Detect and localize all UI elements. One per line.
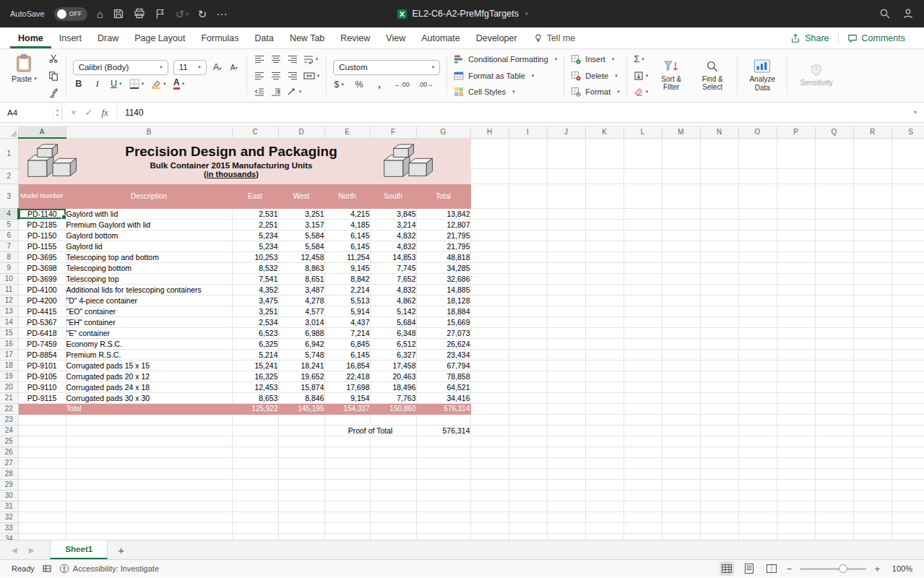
align-top-icon[interactable] bbox=[254, 53, 265, 66]
cell-C22[interactable]: 125,922 bbox=[232, 403, 278, 414]
cell-B14[interactable]: "EH" container bbox=[66, 316, 232, 327]
cell[interactable] bbox=[623, 306, 662, 316]
ribbon-tab-view[interactable]: View bbox=[378, 27, 413, 48]
cell-C9[interactable]: 8,532 bbox=[232, 262, 278, 273]
sheet-tab-sheet1[interactable]: Sheet1 bbox=[50, 540, 108, 559]
cell[interactable] bbox=[232, 447, 278, 457]
row-header-13[interactable]: 13 bbox=[0, 306, 18, 316]
cell[interactable] bbox=[891, 436, 924, 447]
account-icon[interactable] bbox=[902, 8, 914, 20]
cell[interactable] bbox=[66, 490, 232, 501]
print-icon[interactable] bbox=[134, 8, 145, 20]
cell[interactable] bbox=[547, 219, 585, 230]
cell[interactable] bbox=[547, 381, 585, 392]
cell[interactable] bbox=[547, 447, 585, 457]
cell[interactable] bbox=[853, 447, 891, 457]
cell[interactable] bbox=[815, 381, 853, 392]
cell-F8[interactable]: 14,853 bbox=[370, 251, 416, 262]
cell[interactable] bbox=[547, 457, 585, 468]
cell[interactable] bbox=[623, 447, 662, 457]
cell[interactable] bbox=[738, 457, 777, 468]
cell-A20[interactable]: PD-9110 bbox=[18, 381, 66, 392]
cell[interactable] bbox=[66, 447, 232, 457]
cell[interactable] bbox=[815, 512, 853, 522]
cell-B7[interactable]: Gaylord lid bbox=[66, 241, 232, 251]
enter-icon[interactable]: ✓ bbox=[85, 107, 93, 118]
formula-input[interactable]: 1140 bbox=[118, 103, 907, 122]
cell[interactable] bbox=[547, 425, 585, 436]
align-bottom-icon[interactable] bbox=[287, 53, 298, 66]
cell[interactable] bbox=[777, 262, 815, 273]
cell[interactable] bbox=[585, 501, 623, 512]
cell[interactable] bbox=[547, 479, 585, 490]
cell[interactable] bbox=[547, 371, 585, 381]
cell-A22[interactable] bbox=[18, 403, 66, 414]
cell[interactable] bbox=[815, 425, 853, 436]
cell[interactable] bbox=[738, 522, 777, 533]
cell[interactable] bbox=[815, 295, 853, 306]
cell[interactable] bbox=[891, 479, 924, 490]
cell[interactable] bbox=[547, 522, 585, 533]
cell[interactable] bbox=[623, 241, 662, 251]
cell[interactable] bbox=[585, 306, 623, 316]
cell[interactable] bbox=[623, 327, 662, 338]
cell[interactable] bbox=[891, 392, 924, 403]
table-header-model-number[interactable]: Model Number bbox=[18, 184, 66, 208]
cell[interactable] bbox=[777, 316, 815, 327]
cell[interactable] bbox=[66, 457, 232, 468]
row-header-33[interactable]: 33 bbox=[0, 522, 18, 533]
cell[interactable] bbox=[623, 436, 662, 447]
cell[interactable] bbox=[509, 490, 547, 501]
cell[interactable] bbox=[662, 219, 700, 230]
cell-C11[interactable]: 4,352 bbox=[232, 284, 278, 295]
cell-C12[interactable]: 3,475 bbox=[232, 295, 278, 306]
cell-G13[interactable]: 18,884 bbox=[416, 306, 470, 316]
cell[interactable] bbox=[547, 251, 585, 262]
cell[interactable] bbox=[700, 184, 738, 208]
cell[interactable] bbox=[738, 425, 777, 436]
cell[interactable] bbox=[891, 306, 924, 316]
cell[interactable] bbox=[623, 219, 662, 230]
cell-A9[interactable]: PD-3698 bbox=[18, 262, 66, 273]
cell-C5[interactable]: 2,251 bbox=[232, 219, 278, 230]
cell[interactable] bbox=[853, 251, 891, 262]
cell[interactable] bbox=[815, 533, 853, 540]
cell[interactable] bbox=[662, 349, 700, 360]
zoom-slider[interactable] bbox=[800, 568, 866, 570]
cell[interactable] bbox=[278, 501, 324, 512]
cell[interactable] bbox=[700, 338, 738, 349]
cell-F19[interactable]: 20,463 bbox=[370, 371, 416, 381]
cell-B18[interactable]: Corrugated pads 15 x 15 bbox=[66, 360, 232, 371]
cell[interactable] bbox=[470, 316, 509, 327]
cell[interactable] bbox=[777, 360, 815, 371]
row-header-5[interactable]: 5 bbox=[0, 219, 18, 230]
wrap-text-icon[interactable]: ▾ bbox=[303, 53, 319, 66]
cell-D21[interactable]: 8,846 bbox=[278, 392, 324, 403]
cell-A12[interactable]: PD-4200 bbox=[18, 295, 66, 306]
cell[interactable] bbox=[662, 468, 700, 479]
cell-E20[interactable]: 17,698 bbox=[324, 381, 370, 392]
cell[interactable] bbox=[777, 371, 815, 381]
cell[interactable] bbox=[815, 392, 853, 403]
cell-B21[interactable]: Corrugated pads 30 x 30 bbox=[66, 392, 232, 403]
cell[interactable] bbox=[738, 295, 777, 306]
cell-D7[interactable]: 5,584 bbox=[278, 241, 324, 251]
ribbon-tab-developer[interactable]: Developer bbox=[468, 27, 525, 48]
cell[interactable] bbox=[416, 490, 470, 501]
cell[interactable] bbox=[324, 479, 370, 490]
cell[interactable] bbox=[853, 403, 891, 414]
cell[interactable] bbox=[700, 316, 738, 327]
cell[interactable] bbox=[853, 371, 891, 381]
cell-F22[interactable]: 150,860 bbox=[370, 403, 416, 414]
cell[interactable] bbox=[232, 533, 278, 540]
proof-of-total-label[interactable]: Proof of Total bbox=[324, 425, 416, 436]
cell-A8[interactable]: PD-3695 bbox=[18, 251, 66, 262]
cell[interactable] bbox=[815, 230, 853, 241]
decrease-decimal-icon[interactable]: .00→ bbox=[418, 81, 434, 88]
cell[interactable] bbox=[370, 533, 416, 540]
cell[interactable] bbox=[509, 392, 547, 403]
cell[interactable] bbox=[738, 468, 777, 479]
format-painter-icon[interactable] bbox=[48, 87, 59, 100]
cell[interactable] bbox=[700, 262, 738, 273]
cell[interactable] bbox=[470, 501, 509, 512]
